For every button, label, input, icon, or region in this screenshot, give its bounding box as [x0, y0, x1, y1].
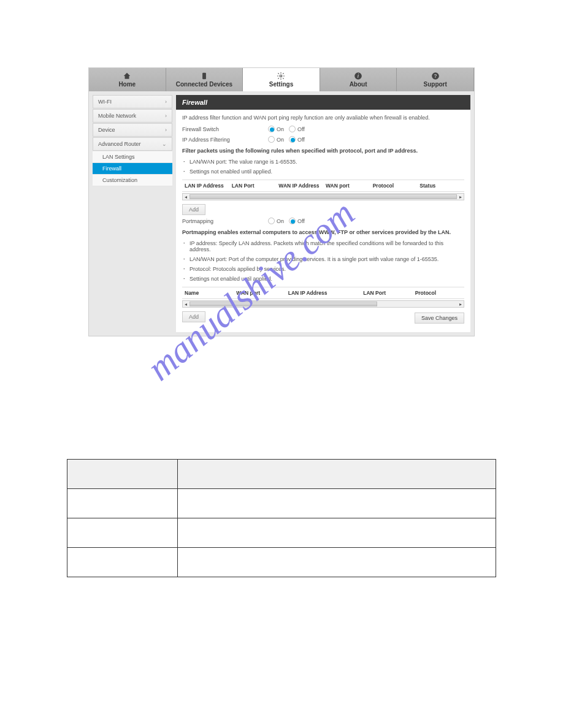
home-icon: [123, 72, 131, 80]
nav-support[interactable]: ? Support: [397, 68, 474, 91]
nav-home[interactable]: Home: [89, 68, 166, 91]
filter-table-header: LAN IP Address LAN Port WAN IP Address W…: [182, 180, 464, 192]
nav-label: About: [350, 81, 367, 88]
nav-settings[interactable]: Settings: [243, 68, 320, 91]
svg-text:?: ?: [434, 74, 437, 79]
sidebar-item-advanced[interactable]: Advanced Router ⌄: [93, 137, 172, 151]
intro-text: IP address filter function and WAN port …: [182, 115, 464, 121]
firewall-on-radio[interactable]: On: [268, 126, 284, 132]
info-icon: i: [354, 72, 362, 80]
radio-on-icon: [268, 126, 275, 132]
radio-on-icon: [289, 218, 296, 224]
sidebar-label: Device: [98, 127, 115, 133]
scroll-thumb: [190, 194, 457, 199]
sidebar-item-device[interactable]: Device ›: [93, 123, 172, 137]
th-protocol: Protocol: [370, 183, 418, 189]
add-filter-button[interactable]: Add: [182, 204, 205, 215]
radio-off-icon: [289, 126, 296, 132]
horizontal-scrollbar[interactable]: ◂ ▸: [182, 300, 464, 308]
bullet-text: LAN/WAN port: The value range is 1-65535…: [182, 159, 464, 165]
router-admin-ui: Home Connected Devices Settings i About …: [88, 67, 475, 336]
th-wan-ip: WAN IP Address: [276, 183, 323, 189]
bullet-text: Settings not enabled until applied.: [182, 276, 464, 282]
portmap-table-header: Name WAN port LAN IP Address LAN Port Pr…: [182, 287, 464, 299]
radio-off-icon: [268, 218, 275, 224]
table-cell: [67, 489, 178, 518]
th-wan-port: WAN port: [234, 290, 285, 296]
table-header-cell: [178, 460, 496, 489]
help-icon: ?: [431, 72, 440, 80]
th-lan-port: LAN Port: [229, 183, 277, 189]
radio-on-icon: [289, 136, 296, 143]
nav-label: Home: [118, 81, 136, 88]
scroll-right-icon: ▸: [458, 301, 464, 307]
chevron-down-icon: ⌄: [162, 141, 167, 147]
sidebar-label: Mobile Network: [98, 113, 136, 119]
setting-label: Portmapping: [182, 218, 268, 224]
table-cell: [67, 518, 178, 548]
th-lan-ip: LAN IP Address: [286, 290, 361, 296]
table-cell: [67, 548, 178, 577]
table-header-cell: [67, 460, 178, 489]
radio-off-icon: [268, 136, 275, 143]
portmap-off-radio[interactable]: Off: [289, 218, 305, 224]
portmapping-row: Portmapping On Off: [182, 218, 464, 224]
sidebar-label: WI-FI: [98, 99, 112, 105]
portmap-description: Portmapping enables external computers t…: [182, 229, 464, 235]
firewall-off-radio[interactable]: Off: [289, 126, 305, 132]
scroll-right-icon: ▸: [458, 194, 464, 200]
ipfilter-on-radio[interactable]: On: [268, 136, 284, 143]
sidebar: WI-FI › Mobile Network › Device › Advanc…: [93, 95, 172, 332]
bullet-text: IP address: Specify LAN address. Packets…: [182, 240, 464, 252]
nav-label: Connected Devices: [176, 81, 232, 88]
th-name: Name: [182, 290, 234, 296]
sidebar-item-mobile[interactable]: Mobile Network ›: [93, 109, 172, 123]
setting-label: Firewall Switch: [182, 126, 268, 132]
sidebar-item-customization[interactable]: Customization: [93, 175, 172, 186]
scroll-left-icon: ◂: [183, 194, 189, 200]
bullet-text: Protocol: Protocols applied by services.: [182, 266, 464, 272]
table-cell: [178, 489, 496, 518]
gear-icon: [277, 72, 285, 80]
horizontal-scrollbar[interactable]: ◂ ▸: [182, 193, 464, 200]
save-changes-button[interactable]: Save Changes: [415, 313, 464, 324]
info-table: [67, 459, 496, 577]
chevron-right-icon: ›: [165, 99, 167, 105]
add-portmap-button[interactable]: Add: [182, 311, 205, 322]
setting-label: IP Address Filtering: [182, 137, 268, 143]
scroll-thumb: [190, 301, 377, 306]
top-nav: Home Connected Devices Settings i About …: [89, 68, 474, 91]
scroll-left-icon: ◂: [183, 301, 189, 307]
th-wan-port: WAN port: [323, 183, 370, 189]
firewall-switch-row: Firewall Switch On Off: [182, 126, 464, 132]
th-lan-port: LAN Port: [361, 290, 412, 296]
sidebar-item-wifi[interactable]: WI-FI ›: [93, 95, 172, 108]
nav-connected-devices[interactable]: Connected Devices: [166, 68, 243, 91]
table-cell: [178, 518, 496, 548]
nav-label: Settings: [269, 81, 293, 88]
ipfilter-off-radio[interactable]: Off: [289, 136, 305, 143]
th-protocol: Protocol: [413, 290, 464, 296]
th-lan-ip: LAN IP Address: [182, 183, 229, 189]
device-icon: [200, 72, 209, 80]
chevron-right-icon: ›: [165, 113, 167, 119]
portmap-on-radio[interactable]: On: [268, 218, 284, 224]
table-cell: [178, 548, 496, 577]
filter-description: Filter packets using the following rules…: [182, 148, 464, 154]
chevron-right-icon: ›: [165, 127, 167, 133]
sidebar-label: Advanced Router: [98, 141, 141, 147]
svg-rect-0: [202, 73, 206, 80]
bullet-text: Settings not enabled until applied.: [182, 169, 464, 175]
svg-point-1: [280, 75, 283, 77]
panel-title: Firewall: [176, 95, 470, 110]
ip-filtering-row: IP Address Filtering On Off: [182, 136, 464, 143]
sidebar-item-firewall[interactable]: Firewall: [93, 163, 172, 175]
content-panel: Firewall IP address filter function and …: [176, 95, 470, 332]
nav-about[interactable]: i About: [320, 68, 397, 91]
th-status: Status: [417, 183, 464, 189]
nav-label: Support: [424, 81, 447, 88]
sidebar-item-lan-settings[interactable]: LAN Settings: [93, 151, 172, 163]
bullet-text: LAN/WAN port: Port of the computer provi…: [182, 256, 464, 262]
